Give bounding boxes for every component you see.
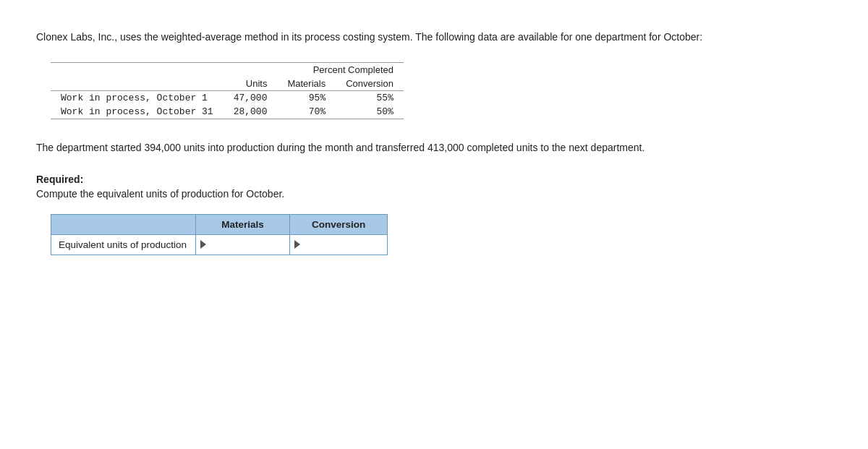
- materials-header: Materials: [277, 77, 336, 91]
- intro-paragraph: Clonex Labs, Inc., uses the weighted-ave…: [36, 29, 832, 45]
- required-label: Required:: [36, 174, 832, 185]
- row-1-materials: 95%: [277, 91, 336, 106]
- table-row: Work in process, October 31 28,000 70% 5…: [51, 105, 404, 119]
- row-1-units: 47,000: [224, 91, 278, 106]
- conversion-triangle-icon: [294, 240, 300, 249]
- row-1-conversion: 55%: [336, 91, 404, 106]
- answer-row: Equivalent units of production: [51, 234, 388, 255]
- conversion-header: Conversion: [336, 77, 404, 91]
- row-1-label: Work in process, October 1: [51, 91, 224, 106]
- answer-table-wrapper: Materials Conversion Equivalent units of…: [51, 214, 832, 255]
- empty-col-header: [51, 63, 224, 77]
- row-2-materials: 70%: [277, 105, 336, 119]
- data-table-wrapper: Percent Completed Units Materials Conver…: [36, 62, 832, 119]
- row-2-units: 28,000: [224, 105, 278, 119]
- required-section: Required: Compute the equivalent units o…: [36, 174, 832, 200]
- materials-triangle-icon: [200, 240, 206, 249]
- answer-table: Materials Conversion Equivalent units of…: [51, 214, 388, 255]
- answer-row-label: Equivalent units of production: [51, 234, 196, 255]
- row-2-label: Work in process, October 31: [51, 105, 224, 119]
- table-row: Work in process, October 1 47,000 95% 55…: [51, 91, 404, 106]
- required-text: Compute the equivalent units of producti…: [36, 188, 832, 200]
- units-header: Units: [224, 77, 278, 91]
- answer-materials-header: Materials: [196, 214, 290, 234]
- percent-completed-header: Percent Completed: [277, 63, 404, 77]
- materials-input-cell[interactable]: [196, 234, 290, 255]
- middle-paragraph: The department started 394,000 units int…: [36, 140, 832, 155]
- row-label-header: [51, 77, 224, 91]
- data-table: Percent Completed Units Materials Conver…: [51, 62, 404, 119]
- conversion-input-cell[interactable]: [290, 234, 388, 255]
- answer-empty-header: [51, 214, 196, 234]
- row-2-conversion: 50%: [336, 105, 404, 119]
- units-col-header: [224, 63, 278, 77]
- answer-conversion-header: Conversion: [290, 214, 388, 234]
